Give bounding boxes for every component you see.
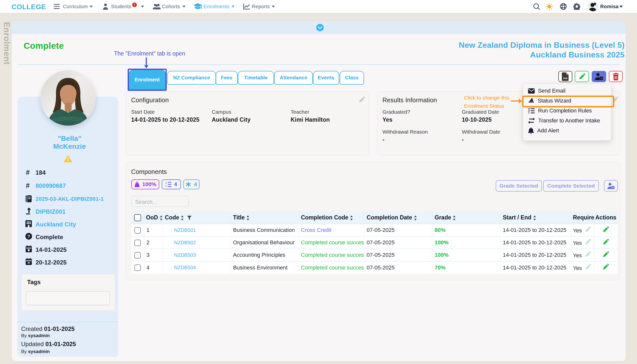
svg-text:2: 2 <box>166 184 167 187</box>
svg-text:?: ? <box>27 234 30 239</box>
svg-text:PDF: PDF <box>563 77 568 79</box>
svg-text:1: 1 <box>166 182 167 184</box>
